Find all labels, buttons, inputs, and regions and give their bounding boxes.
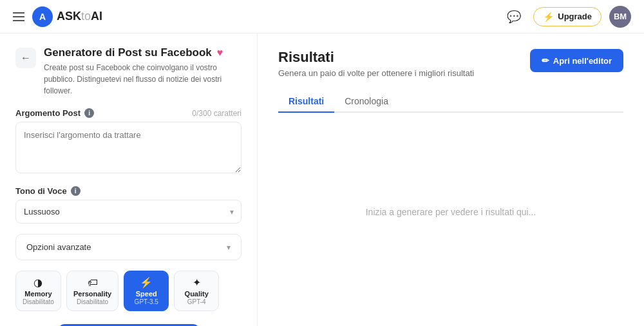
logo-icon-text: A bbox=[39, 12, 46, 22]
left-panel: ← Generatore di Post su Facebook ♥ Creat… bbox=[0, 34, 258, 326]
tone-label-row: Tono di Voce i bbox=[15, 186, 242, 196]
upgrade-button[interactable]: ⚡ Upgrade bbox=[533, 7, 601, 26]
results-tabs: Risultati Cronologia bbox=[278, 91, 623, 113]
topic-info-icon: i bbox=[84, 108, 94, 118]
results-subtitle: Genera un paio di volte per ottenere i m… bbox=[278, 68, 474, 78]
header: A ASKtoAI 💬 ⚡ Upgrade BM bbox=[0, 0, 644, 34]
chat-icon[interactable]: 💬 bbox=[502, 5, 526, 28]
results-title-block: Risultati Genera un paio di volte per ot… bbox=[278, 49, 474, 78]
logo-icon: A bbox=[32, 6, 53, 27]
tone-select[interactable]: Lussuoso Formale Informale Divertente Pr… bbox=[15, 200, 242, 224]
tool-header: ← Generatore di Post su Facebook ♥ Creat… bbox=[15, 46, 242, 97]
main-layout: ← Generatore di Post su Facebook ♥ Creat… bbox=[0, 34, 644, 326]
lightning-icon: ⚡ bbox=[543, 12, 554, 22]
model-options: ◑ Memory Disabilitato 🏷 Personality Disa… bbox=[15, 271, 242, 311]
tone-info-icon: i bbox=[71, 186, 80, 196]
logo: A ASKtoAI bbox=[32, 6, 102, 27]
avatar[interactable]: BM bbox=[609, 6, 631, 28]
hamburger-menu[interactable] bbox=[13, 12, 24, 21]
tone-group: Tono di Voce i Lussuoso Formale Informal… bbox=[15, 186, 242, 224]
tool-description: Create post su Facebook che coinvolgano … bbox=[44, 62, 242, 97]
topic-label: Argomento Post bbox=[15, 108, 80, 118]
heart-icon[interactable]: ♥ bbox=[217, 47, 223, 59]
advanced-options-toggle[interactable]: Opzioni avanzate ▾ bbox=[15, 234, 242, 260]
logo-text: ASKtoAI bbox=[57, 10, 102, 23]
tool-title: Generatore di Post su Facebook ♥ bbox=[44, 46, 242, 59]
chevron-down-icon: ▾ bbox=[227, 243, 231, 252]
model-quality[interactable]: ✦ Quality GPT-4 bbox=[174, 271, 219, 311]
memory-icon: ◑ bbox=[33, 276, 43, 289]
back-button[interactable]: ← bbox=[15, 48, 36, 68]
quality-icon: ✦ bbox=[193, 276, 201, 289]
model-speed-name: Speed bbox=[136, 290, 157, 298]
speed-icon: ⚡ bbox=[140, 276, 153, 289]
empty-state: Inizia a generare per vedere i risultati… bbox=[278, 128, 623, 296]
right-panel: Risultati Genera un paio di volte per ot… bbox=[258, 34, 644, 326]
personality-icon: 🏷 bbox=[88, 277, 98, 289]
header-left: A ASKtoAI bbox=[13, 6, 102, 27]
model-memory-name: Memory bbox=[24, 290, 52, 298]
model-memory[interactable]: ◑ Memory Disabilitato bbox=[15, 271, 61, 311]
advanced-label: Opzioni avanzate bbox=[26, 242, 91, 252]
model-quality-sub: GPT-4 bbox=[187, 298, 206, 305]
model-memory-sub: Disabilitato bbox=[23, 298, 54, 305]
model-speed-sub: GPT-3.5 bbox=[135, 298, 158, 305]
topic-char-count: 0/300 caratteri bbox=[192, 109, 242, 118]
upgrade-label: Upgrade bbox=[558, 12, 592, 21]
edit-icon: ✏ bbox=[542, 55, 549, 66]
results-header: Risultati Genera un paio di volte per ot… bbox=[278, 49, 623, 78]
tone-select-wrapper: Lussuoso Formale Informale Divertente Pr… bbox=[15, 200, 242, 224]
model-personality-sub: Disabilitato bbox=[77, 298, 108, 305]
tool-info: Generatore di Post su Facebook ♥ Create … bbox=[44, 46, 242, 97]
model-speed[interactable]: ⚡ Speed GPT-3.5 bbox=[124, 271, 169, 311]
header-right: 💬 ⚡ Upgrade BM bbox=[502, 5, 631, 28]
open-editor-button[interactable]: ✏ Apri nell'editor bbox=[530, 49, 623, 72]
model-personality-name: Personality bbox=[73, 290, 111, 298]
topic-input[interactable] bbox=[15, 122, 242, 173]
topic-group: Argomento Post i 0/300 caratteri bbox=[15, 108, 242, 176]
tone-label: Tono di Voce bbox=[15, 186, 67, 196]
tab-history[interactable]: Cronologia bbox=[334, 91, 399, 113]
results-title: Risultati bbox=[278, 49, 474, 66]
model-quality-name: Quality bbox=[185, 290, 209, 298]
open-editor-label: Apri nell'editor bbox=[553, 56, 612, 66]
topic-label-row: Argomento Post i 0/300 caratteri bbox=[15, 108, 242, 118]
tab-results[interactable]: Risultati bbox=[278, 91, 334, 113]
model-personality[interactable]: 🏷 Personality Disabilitato bbox=[66, 271, 118, 311]
